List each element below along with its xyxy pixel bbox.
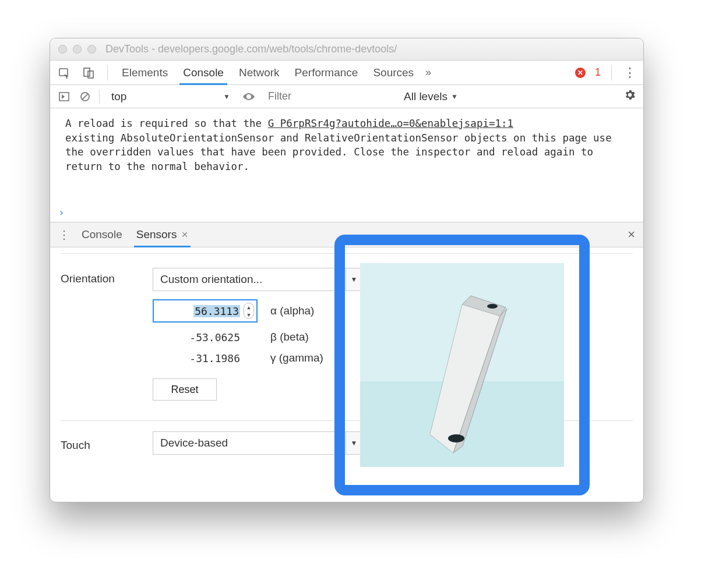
alpha-stepper[interactable]: ▲▼ <box>244 303 254 319</box>
traffic-lights <box>58 45 96 54</box>
drawer-tab-console[interactable]: Console <box>79 222 125 247</box>
drawer-menu-icon[interactable]: ⋮ <box>58 228 70 242</box>
window-title: DevTools - developers.google.com/web/too… <box>105 43 397 55</box>
main-tabbar: Elements Console Network Performance Sou… <box>50 61 643 85</box>
alpha-input[interactable]: 56.3113 ▲▼ <box>153 299 258 323</box>
alpha-label: α (alpha) <box>270 304 314 317</box>
gamma-label: γ (gamma) <box>270 352 323 364</box>
drawer-tab-sensors[interactable]: Sensors × <box>134 222 191 247</box>
console-prompt[interactable]: › <box>50 206 643 222</box>
toggle-sidebar-icon[interactable] <box>57 90 71 104</box>
close-tab-icon[interactable]: × <box>181 228 188 241</box>
orientation-select[interactable]: Custom orientation... ▼ <box>153 268 362 291</box>
tab-network[interactable]: Network <box>235 61 283 85</box>
console-output: A reload is required so that the G P6rpR… <box>50 108 643 206</box>
context-select[interactable]: top ▼ <box>107 89 235 104</box>
orientation-preview[interactable] <box>360 263 564 467</box>
toggle-device-icon[interactable] <box>80 65 97 81</box>
chevron-down-icon: ▼ <box>451 93 458 101</box>
touch-select-value: Device-based <box>160 437 228 449</box>
close-window-icon[interactable] <box>58 45 67 54</box>
error-badge-icon[interactable]: ✕ <box>575 68 586 78</box>
console-toolbar: top ▼ All levels ▼ <box>50 85 643 108</box>
gamma-input[interactable]: -31.1986 <box>153 352 258 364</box>
tab-performance[interactable]: Performance <box>291 61 362 85</box>
touch-label: Touch <box>61 434 142 452</box>
alpha-value: 56.3113 <box>193 305 240 317</box>
beta-input[interactable]: -53.0625 <box>153 331 258 343</box>
log-levels-select[interactable]: All levels ▼ <box>404 90 458 103</box>
tab-console[interactable]: Console <box>179 61 227 85</box>
console-message: A reload is required so that the G P6rpR… <box>65 116 633 173</box>
error-count[interactable]: 1 <box>595 66 601 79</box>
zoom-window-icon[interactable] <box>87 45 96 54</box>
sensors-pane: Orientation Custom orientation... ▼ 56.3… <box>50 247 643 502</box>
console-settings-gear-icon[interactable] <box>623 88 636 104</box>
minimize-window-icon[interactable] <box>73 45 82 54</box>
divider <box>611 65 612 80</box>
filter-input[interactable] <box>263 87 397 105</box>
tab-sources[interactable]: Sources <box>369 61 417 85</box>
svg-rect-0 <box>59 69 68 76</box>
context-select-value: top <box>111 90 126 103</box>
inspect-element-icon[interactable] <box>56 65 72 81</box>
orientation-select-value: Custom orientation... <box>160 273 262 286</box>
live-expression-eye-icon[interactable] <box>242 90 256 104</box>
tab-elements[interactable]: Elements <box>118 61 171 85</box>
close-drawer-icon[interactable]: × <box>628 227 635 242</box>
log-levels-label: All levels <box>404 90 447 103</box>
divider <box>99 90 100 104</box>
drawer-tab-sensors-label: Sensors <box>136 228 177 241</box>
devtools-window: DevTools - developers.google.com/web/too… <box>50 38 644 502</box>
step-down-icon[interactable]: ▼ <box>244 311 253 318</box>
titlebar: DevTools - developers.google.com/web/too… <box>50 38 643 61</box>
step-up-icon[interactable]: ▲ <box>244 303 253 311</box>
svg-point-9 <box>448 434 464 442</box>
svg-rect-2 <box>88 71 93 78</box>
beta-label: β (beta) <box>270 331 309 343</box>
orientation-label: Orientation <box>61 268 142 285</box>
source-link[interactable]: G P6rpRSr4g?autohide…o=0&enablejsapi=1:1 <box>268 118 513 129</box>
touch-select[interactable]: Device-based ▼ <box>153 431 362 455</box>
phone-model-icon[interactable] <box>430 290 529 465</box>
svg-rect-1 <box>84 68 90 76</box>
clear-console-icon[interactable] <box>78 90 92 104</box>
divider <box>107 65 108 80</box>
more-tabs-icon[interactable]: » <box>425 66 431 79</box>
svg-point-8 <box>487 304 498 309</box>
kebab-menu-icon[interactable]: ⋮ <box>622 65 637 80</box>
chevron-down-icon: ▼ <box>223 93 230 101</box>
reset-button[interactable]: Reset <box>153 378 217 401</box>
orientation-preview-highlight <box>334 235 590 495</box>
